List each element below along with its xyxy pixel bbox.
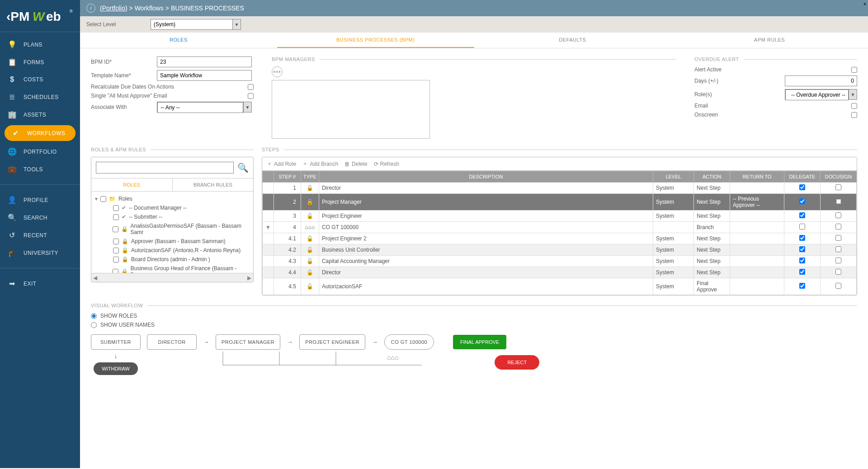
table-row[interactable]: 2🔓Project ManagerSystemNext Step-- Previ… xyxy=(263,194,857,211)
docusign-checkbox[interactable] xyxy=(835,269,841,275)
associate-with-input[interactable] xyxy=(157,102,243,113)
docusign-checkbox[interactable] xyxy=(835,224,841,230)
nav-university[interactable]: 🎓UNIVERSITY xyxy=(0,244,80,262)
tree-item-checkbox[interactable] xyxy=(113,214,119,220)
tree-item-checkbox[interactable] xyxy=(113,239,119,244)
table-row[interactable]: 4.3🔓Capital Accounting ManagerSystemNext… xyxy=(263,256,857,267)
nav-forms[interactable]: 📋FORMS xyxy=(0,53,80,71)
delegate-checkbox[interactable] xyxy=(799,269,805,275)
bpm-id-input[interactable] xyxy=(157,56,252,67)
delegate-checkbox[interactable] xyxy=(799,224,805,230)
tab-business-processes[interactable]: BUSINESS PROCESSES (BPM) xyxy=(277,33,474,48)
tab-apm-rules[interactable]: APM RULES xyxy=(671,33,868,48)
delete-button[interactable]: 🗑Delete xyxy=(344,160,368,168)
docusign-checkbox[interactable] xyxy=(835,212,841,218)
flow-submitter[interactable]: SUBMITTER xyxy=(91,334,141,350)
tree-item[interactable]: ✔-- Submitter -- xyxy=(95,212,250,221)
nav-search[interactable]: 🔍SEARCH xyxy=(0,209,80,226)
col-step[interactable]: STEP # xyxy=(274,171,301,183)
overdue-roles-input[interactable] xyxy=(785,89,849,100)
associate-with-combo[interactable]: ▼ xyxy=(157,102,252,113)
tree-item-checkbox[interactable] xyxy=(113,226,118,232)
nav-costs[interactable]: $COSTS xyxy=(0,71,80,88)
delegate-checkbox[interactable] xyxy=(799,283,805,289)
tree-item[interactable]: 🔒Business Group Head of Finance (Bassam … xyxy=(95,264,250,273)
recalc-checkbox[interactable] xyxy=(248,84,254,90)
nav-workflows[interactable]: ✔WORKFLOWS xyxy=(5,125,75,141)
table-row[interactable]: 3🔓Project EngineerSystemNext Step xyxy=(263,211,857,222)
nav-assets[interactable]: 🏢ASSETS xyxy=(0,106,80,123)
overdue-onscreen-checkbox[interactable] xyxy=(851,112,857,118)
nav-exit[interactable]: ➡EXIT xyxy=(0,275,80,292)
tree-item[interactable]: 🔒AnalisisGastoPermisoSAF (Bassam - Bassa… xyxy=(95,221,250,237)
tab-roles[interactable]: ROLES xyxy=(80,33,277,48)
alert-active-checkbox[interactable] xyxy=(851,67,857,73)
flow-reject[interactable]: REJECT xyxy=(495,355,539,370)
tree-collapse-icon[interactable]: ▾ xyxy=(95,196,98,202)
nav-tools[interactable]: 💼TOOLS xyxy=(0,160,80,178)
flow-withdraw[interactable]: WITHDRAW xyxy=(94,362,137,375)
tree-root[interactable]: ▾ 📁 Roles xyxy=(95,194,250,203)
tree-item-checkbox[interactable] xyxy=(113,248,119,253)
show-roles-radio[interactable] xyxy=(91,313,97,319)
docusign-checkbox[interactable] xyxy=(835,283,841,289)
roles-subtab-branch[interactable]: BRANCH RULES xyxy=(173,178,254,191)
tree-item[interactable]: ✔-- Document Manager -- xyxy=(95,203,250,212)
delegate-checkbox[interactable] xyxy=(799,235,805,241)
roles-tree[interactable]: ▾ 📁 Roles ✔-- Document Manager --✔-- Sub… xyxy=(91,192,253,273)
flow-final-approve[interactable]: FINAL APPROVE xyxy=(453,335,506,349)
tree-item[interactable]: 🔒Board Directors (admin - Admin ) xyxy=(95,255,250,264)
flow-project-engineer[interactable]: PROJECT ENGINEER xyxy=(299,334,365,350)
table-row[interactable]: 4.4🔓DirectorSystemNext Step xyxy=(263,267,857,278)
table-row[interactable]: 4.1🔓Project Engineer 2SystemNext Step xyxy=(263,233,857,244)
nav-portfolio[interactable]: 🌐PORTFOLIO xyxy=(0,143,80,160)
tab-defaults[interactable]: DEFAULTS xyxy=(474,33,671,48)
docusign-checkbox[interactable] xyxy=(835,258,841,263)
overdue-roles-dropdown-icon[interactable]: ▼ xyxy=(849,89,857,99)
col-type[interactable]: TYPE xyxy=(301,171,319,183)
refresh-button[interactable]: ⟳Refresh xyxy=(374,160,399,168)
tree-item-checkbox[interactable] xyxy=(113,205,119,211)
tree-item-checkbox[interactable] xyxy=(113,269,118,273)
overdue-email-checkbox[interactable] xyxy=(851,103,857,109)
overdue-roles-combo[interactable]: ▼ xyxy=(785,89,857,100)
docusign-checkbox[interactable] xyxy=(835,184,841,190)
breadcrumb-portfolio[interactable]: (Portfolio) xyxy=(100,5,127,12)
add-role-button[interactable]: ＋Add Role xyxy=(267,160,296,168)
table-row[interactable]: 4.5🔓AutorizacionSAFSystemFinal Approve xyxy=(263,278,857,295)
col-level[interactable]: LEVEL xyxy=(653,171,694,183)
tree-root-checkbox[interactable] xyxy=(100,196,106,202)
tree-horizontal-scrollbar[interactable]: ◀▶ xyxy=(91,273,253,282)
col-action[interactable]: ACTION xyxy=(694,171,730,183)
info-icon[interactable]: i xyxy=(86,4,95,13)
col-delegate[interactable]: DELEGATE xyxy=(784,171,821,183)
show-users-radio[interactable] xyxy=(91,322,97,328)
nav-plans[interactable]: 💡PLANS xyxy=(0,36,80,53)
tree-item-checkbox[interactable] xyxy=(113,257,119,263)
collapse-caret-icon[interactable]: ▲ xyxy=(863,1,867,6)
table-row[interactable]: 1🔓DirectorSystemNext Step xyxy=(263,183,857,194)
delegate-checkbox[interactable] xyxy=(799,258,805,263)
template-name-input[interactable] xyxy=(157,70,252,81)
col-description[interactable]: DESCRIPTION xyxy=(319,171,653,183)
add-branch-button[interactable]: ＋Add Branch xyxy=(302,160,338,168)
flow-co-gt[interactable]: CO GT 100000 xyxy=(384,334,434,350)
associate-dropdown-icon[interactable]: ▼ xyxy=(243,102,251,112)
single-email-checkbox[interactable] xyxy=(248,93,254,99)
table-row[interactable]: ▼4⌂⌂⌂CO GT 100000Branch xyxy=(263,222,857,233)
flow-project-manager[interactable]: PROJECT MANAGER xyxy=(216,334,280,350)
bpm-managers-box[interactable] xyxy=(272,80,430,139)
docusign-checkbox[interactable] xyxy=(835,246,841,252)
col-return-to[interactable]: RETURN TO xyxy=(730,171,784,183)
nav-profile[interactable]: 👤PROFILE xyxy=(0,191,80,209)
expand-caret-icon[interactable]: ▼ xyxy=(265,224,271,230)
roles-search-icon[interactable]: 🔍 xyxy=(237,162,249,173)
days-input[interactable] xyxy=(785,75,857,86)
delegate-checkbox[interactable] xyxy=(799,184,805,190)
table-row[interactable]: 4.2🔓Business Unit ControllerSystemNext S… xyxy=(263,244,857,256)
docusign-checkbox[interactable] xyxy=(835,235,841,241)
nav-recent[interactable]: ↺RECENT xyxy=(0,226,80,244)
flow-director[interactable]: DIRECTOR xyxy=(147,334,197,350)
delegate-checkbox[interactable] xyxy=(799,246,805,252)
col-docusign[interactable]: DOCUSIGN xyxy=(821,171,857,183)
